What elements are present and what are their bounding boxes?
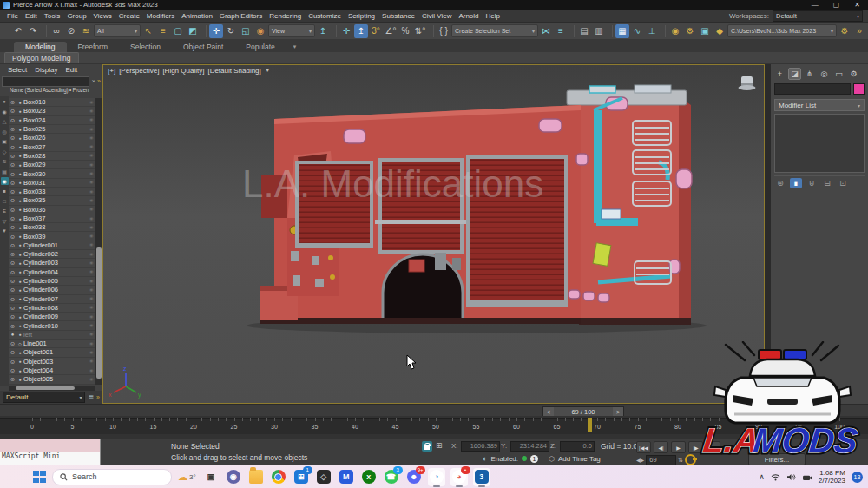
visibility-eye-icon[interactable]: ⊙ xyxy=(9,313,16,320)
xbox-icon[interactable]: x xyxy=(360,468,378,486)
adaptive-degradation-icon[interactable]: ◐ xyxy=(483,454,487,463)
scene-object-row[interactable]: ⊙●Box026✳ xyxy=(9,134,95,142)
modifier-list-dropdown[interactable]: Modifier List ▾ xyxy=(774,99,865,111)
select-object-button[interactable]: ↖ xyxy=(141,24,155,38)
scene-object-row[interactable]: ⊙●Box029✳ xyxy=(9,161,95,169)
scrollbar-thumb[interactable] xyxy=(96,247,102,379)
task-view-button[interactable]: ▣ xyxy=(202,468,220,486)
menu-item-group[interactable]: Group xyxy=(63,12,89,20)
menu-item-file[interactable]: File xyxy=(3,12,22,20)
visibility-eye-icon[interactable]: ⊙ xyxy=(9,359,16,365)
selection-lock-toggle[interactable] xyxy=(422,441,432,452)
taskbar-clock[interactable]: 1:08 PM 2/7/2023 xyxy=(819,469,845,485)
visibility-eye-icon[interactable]: ⊙ xyxy=(9,108,16,114)
visibility-eye-icon[interactable]: ⊙ xyxy=(9,215,16,221)
visibility-eye-icon[interactable]: ⊙ xyxy=(9,162,16,168)
filter-shapes-icon[interactable]: △ xyxy=(1,117,9,125)
ribbon-tab-freeform[interactable]: Freeform xyxy=(67,42,119,52)
select-and-scale-button[interactable]: ◱ xyxy=(239,24,253,38)
filter-visibility-icon[interactable]: ◉ xyxy=(1,177,9,185)
chat-app-icon[interactable]: ◉ xyxy=(225,468,242,486)
scene-object-row[interactable]: ⊙●Object005✳ xyxy=(9,375,95,384)
start-button[interactable] xyxy=(33,471,46,484)
file-explorer-icon[interactable] xyxy=(247,468,265,486)
filter-helpers-icon[interactable]: ◇ xyxy=(1,148,9,155)
wifi-icon[interactable] xyxy=(771,473,780,481)
scene-object-row[interactable]: ⊙●Cylinder006✳ xyxy=(9,286,95,294)
hierarchy-tab[interactable]: ⋔ xyxy=(803,68,816,80)
maximize-button[interactable]: ▢ xyxy=(833,1,840,9)
configure-modifier-sets-button[interactable]: ⊡ xyxy=(837,178,849,188)
curve-editor-button[interactable]: ▦ xyxy=(615,24,629,38)
menu-item-animation[interactable]: Animation xyxy=(178,12,216,20)
menu-item-graph-editors[interactable]: Graph Editors xyxy=(216,12,266,20)
visibility-eye-icon[interactable]: ⊙ xyxy=(9,144,16,150)
macro-recorder-pane[interactable] xyxy=(0,439,100,452)
filter-groups-icon[interactable]: ▤ xyxy=(1,168,9,175)
command-panel-scrollbar[interactable] xyxy=(765,64,771,404)
viewport-shading-menu[interactable]: [Default Shading] xyxy=(207,67,260,75)
ribbon-config-dropdown[interactable]: ▾ xyxy=(293,43,297,52)
scene-object-row[interactable]: ⊙●Cylinder005✳ xyxy=(9,277,95,286)
time-slider-track[interactable]: < 69 / 100 > xyxy=(0,404,868,416)
frame-nudge-icon[interactable]: ◀▶ xyxy=(636,457,644,463)
scene-object-row[interactable]: ⊙●Box037✳ xyxy=(9,214,95,223)
select-and-manipulate-button[interactable]: ✛ xyxy=(339,24,353,38)
rectangular-selection-button[interactable]: ▢ xyxy=(171,24,185,38)
3ds-max-icon[interactable]: 3 xyxy=(473,468,490,486)
toggle-scene-explorer-button[interactable]: ▤ xyxy=(577,24,591,38)
scene-object-row[interactable]: ⊙●Cylinder009✳ xyxy=(9,313,95,321)
menu-item-views[interactable]: Views xyxy=(90,12,115,20)
explorer-menu-display[interactable]: Display xyxy=(35,66,57,74)
per-view-filter-icon[interactable]: ▼ xyxy=(265,67,271,75)
perspective-viewport[interactable]: [+] [Perspective] [High Quality] [Defaul… xyxy=(102,64,765,404)
modify-tab[interactable]: ◪ xyxy=(788,68,801,80)
select-and-link-button[interactable]: ∞ xyxy=(49,24,63,38)
absolute-mode-toggle[interactable]: ⊞ xyxy=(436,441,443,450)
render-shortcut-button[interactable]: ⚙ xyxy=(838,24,852,38)
use-pivot-point-button[interactable]: ↥ xyxy=(316,24,330,38)
visibility-eye-icon[interactable]: ⊙ xyxy=(9,171,16,177)
show-end-result-button[interactable]: ∎ xyxy=(790,178,802,188)
explorer-vertical-scrollbar[interactable] xyxy=(95,98,102,385)
scrollbar-thumb[interactable] xyxy=(16,386,75,390)
ribbon-tab-object-paint[interactable]: Object Paint xyxy=(172,42,234,52)
menu-item-tools[interactable]: Tools xyxy=(41,12,64,20)
unlink-selection-button[interactable]: ⊘ xyxy=(64,24,78,38)
scene-object-row[interactable]: ⊙●Object001✳ xyxy=(9,348,95,357)
visibility-eye-icon[interactable]: ⊙ xyxy=(9,224,16,230)
go-to-start-button[interactable]: |◀◀ xyxy=(636,441,651,453)
scene-object-row[interactable]: ⊙●Cylinder001✳ xyxy=(9,241,95,250)
microsoft-store-icon[interactable]: ⊞1 xyxy=(293,468,310,486)
explorer-menu-select[interactable]: Select xyxy=(8,66,27,74)
current-frame-field[interactable]: 69 xyxy=(646,455,676,465)
polygon-modeling-panel-tab[interactable]: Polygon Modeling xyxy=(4,52,79,63)
scene-object-row[interactable]: ⊙●Box023✳ xyxy=(9,107,95,115)
visibility-eye-icon[interactable]: ⊙ xyxy=(9,340,16,346)
ribbon-tab-modeling[interactable]: Modeling xyxy=(14,42,67,52)
copilot-app-icon[interactable]: ◔ xyxy=(428,468,445,486)
scene-object-row[interactable]: ●●left✳ xyxy=(9,331,95,340)
viewport-pov-menu[interactable]: [Perspective] xyxy=(119,67,159,75)
toggle-ribbon-button[interactable]: ⊥ xyxy=(645,24,659,38)
object-color-swatch[interactable] xyxy=(853,83,865,95)
scene-object-row[interactable]: ⊙●Cylinder007✳ xyxy=(9,295,95,304)
visibility-eye-icon[interactable]: ⊙ xyxy=(9,180,16,186)
filter-hidden-icon[interactable]: □ xyxy=(1,197,9,205)
visibility-eye-icon[interactable]: ⊙ xyxy=(9,287,16,293)
explorer-column-header[interactable]: Name (Sorted Ascending) • Frozen xyxy=(0,87,102,96)
tray-device-icon[interactable] xyxy=(802,473,812,481)
selection-filter-dropdown[interactable]: All▾ xyxy=(94,24,141,37)
scene-object-row[interactable]: ⊙●Cylinder008✳ xyxy=(9,304,95,313)
scene-object-row[interactable]: ⊙●Cylinder004✳ xyxy=(9,268,95,277)
visibility-eye-icon[interactable]: ⊙ xyxy=(9,242,16,248)
menu-item-create[interactable]: Create xyxy=(115,12,143,20)
notification-count-badge[interactable]: 13 xyxy=(852,472,863,483)
add-time-tag-button[interactable]: Add Time Tag xyxy=(558,455,601,463)
menu-item-help[interactable]: Help xyxy=(483,12,503,20)
filters-button[interactable]: Filters... xyxy=(748,453,806,465)
visibility-eye-icon[interactable]: ⊙ xyxy=(9,251,16,257)
schematic-view-button[interactable]: ∿ xyxy=(630,24,644,38)
search-pill[interactable]: Search xyxy=(52,469,172,485)
whatsapp-icon[interactable]: ☎3 xyxy=(383,468,400,486)
